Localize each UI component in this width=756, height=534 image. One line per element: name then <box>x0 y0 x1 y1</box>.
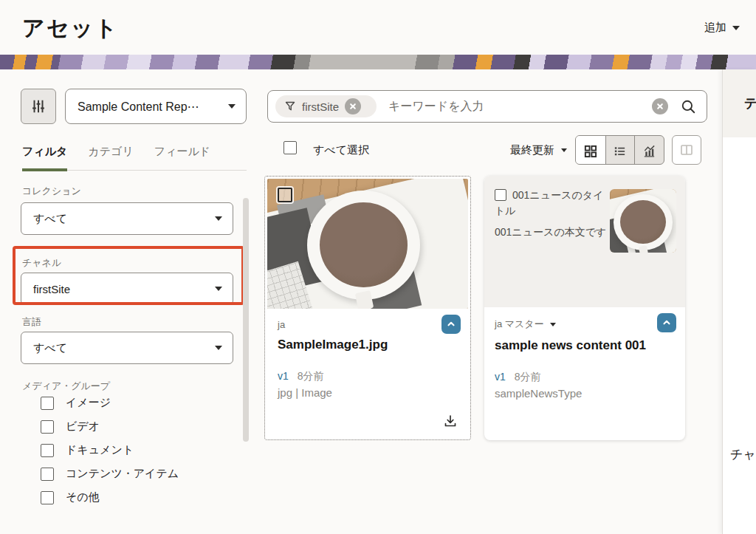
side-panel-header: テ <box>723 69 756 137</box>
side-panel-toggle-button[interactable] <box>672 135 701 165</box>
side-panel-channel-heading: チャネル <box>730 446 756 463</box>
sort-dropdown[interactable]: 最終更新 <box>510 143 567 157</box>
add-button[interactable]: 追加 <box>704 21 740 35</box>
search-filter-chip[interactable]: firstSite <box>275 95 377 117</box>
chevron-up-icon <box>662 318 672 328</box>
language-label: 言語 <box>22 315 41 329</box>
asset-title: SampleImage1.jpg <box>278 338 458 352</box>
language-dropdown-value: すべて <box>33 341 215 355</box>
chevron-down-icon <box>561 148 567 152</box>
tab-filter[interactable]: フィルタ <box>22 145 67 171</box>
asset-cards-grid: ja SampleImage1.jpg v1 8分前 jpg | Image <box>264 176 707 442</box>
sidebar-tabs: フィルタ カテゴリ フィールド <box>22 145 247 171</box>
checkbox[interactable] <box>41 420 54 434</box>
news-thumbnail-coffee-photo <box>610 189 676 253</box>
asset-title: sample news content 001 <box>495 338 675 353</box>
channel-dropdown[interactable]: firstSite <box>21 273 233 305</box>
sort-label: 最終更新 <box>510 143 554 157</box>
sliders-icon <box>30 98 47 114</box>
locale-badge: ja <box>278 319 285 330</box>
locale-badge: ja マスター <box>495 318 544 331</box>
asset-list-main: firstSite キーワードを入力 すべて選択 最終更新 <box>264 69 707 534</box>
bar-chart-icon <box>642 144 656 158</box>
asset-card-sample-image[interactable]: ja SampleImage1.jpg v1 8分前 jpg | Image <box>264 176 471 440</box>
chevron-down-icon <box>215 287 222 291</box>
asset-thumbnail-coffee-photo <box>267 179 468 309</box>
media-option-video[interactable]: ビデオ <box>41 420 100 434</box>
news-heading: 001ニュースのタイトル <box>495 189 603 216</box>
list-icon <box>613 144 627 158</box>
media-option-label: ドキュメント <box>66 443 134 457</box>
funnel-icon <box>284 100 296 112</box>
updated-time: 8分前 <box>515 371 541 384</box>
media-group-label: メディア・グループ <box>22 380 110 393</box>
card-select-checkbox[interactable] <box>278 188 292 202</box>
card-body: ja マスター sample news content 001 v1 8分前 s… <box>484 307 685 433</box>
chevron-down-icon <box>732 26 740 30</box>
collection-dropdown[interactable]: すべて <box>21 202 233 235</box>
version-label[interactable]: v1 <box>278 370 289 383</box>
chevron-up-icon <box>446 319 456 329</box>
publish-status-button[interactable] <box>657 313 676 332</box>
locale-dropdown[interactable]: ja マスター <box>495 318 675 331</box>
checkbox[interactable] <box>41 491 54 504</box>
chevron-down-icon <box>215 346 222 350</box>
search-input[interactable]: キーワードを入力 <box>388 99 652 114</box>
media-option-content-item[interactable]: コンテンツ・アイテム <box>41 467 179 481</box>
list-toolbar: すべて選択 最終更新 <box>264 135 707 165</box>
chart-view-button[interactable] <box>634 136 664 165</box>
content-preview-area: 001ニュースのタイトル 001ニュースの本文です <box>484 176 685 307</box>
sidebar-scrollbar[interactable] <box>243 198 249 442</box>
page-header: アセット 追加 <box>0 0 756 55</box>
news-body-text: 001ニュースの本文です <box>495 226 613 239</box>
media-option-label: ビデオ <box>66 420 100 434</box>
media-option-image[interactable]: イメージ <box>41 396 111 410</box>
collection-label: コレクション <box>22 185 81 198</box>
chevron-down-icon <box>228 104 236 109</box>
grid-icon <box>583 144 597 158</box>
view-toggle-group <box>575 135 664 165</box>
tab-field[interactable]: フィールド <box>154 145 210 170</box>
media-option-label: イメージ <box>66 396 111 410</box>
checkbox[interactable] <box>41 397 54 410</box>
select-all-label: すべて選択 <box>313 143 369 157</box>
grid-view-button[interactable] <box>576 136 605 165</box>
card-body: ja SampleImage1.jpg v1 8分前 jpg | Image <box>267 309 468 434</box>
download-button[interactable] <box>443 414 458 428</box>
decorative-banner-image <box>0 55 756 69</box>
filter-sidebar: Sample Content Rep⋯ フィルタ カテゴリ フィールド コレクシ… <box>0 69 260 534</box>
side-panel-header-text: テ <box>744 95 756 112</box>
select-all-checkbox[interactable] <box>284 141 297 154</box>
version-label[interactable]: v1 <box>495 371 506 384</box>
search-icon[interactable] <box>680 98 696 114</box>
language-dropdown[interactable]: すべて <box>21 332 233 364</box>
chevron-down-icon <box>550 323 556 326</box>
media-option-document[interactable]: ドキュメント <box>41 443 134 457</box>
download-icon <box>443 414 458 428</box>
search-bar[interactable]: firstSite キーワードを入力 <box>267 90 707 123</box>
asset-type-meta: jpg | Image <box>278 386 458 399</box>
list-view-button[interactable] <box>605 136 635 165</box>
checkbox[interactable] <box>41 444 54 457</box>
channel-label: チャネル <box>22 256 61 270</box>
collection-dropdown-value: すべて <box>33 212 215 226</box>
repository-selector-value: Sample Content Rep⋯ <box>78 100 228 114</box>
channel-dropdown-value: firstSite <box>33 283 215 295</box>
tab-category[interactable]: カテゴリ <box>88 145 133 170</box>
chevron-down-icon <box>215 216 222 221</box>
checkbox[interactable] <box>41 468 54 481</box>
card-select-checkbox[interactable] <box>495 189 506 201</box>
details-side-panel[interactable]: テ チャネル <box>722 69 756 534</box>
media-option-label: その他 <box>66 490 100 504</box>
chip-remove-icon[interactable] <box>345 98 361 114</box>
media-option-other[interactable]: その他 <box>41 490 100 504</box>
asset-card-news-content[interactable]: 001ニュースのタイトル 001ニュースの本文です ja マスター <box>484 176 685 440</box>
media-option-label: コンテンツ・アイテム <box>66 467 179 481</box>
repository-selector[interactable]: Sample Content Rep⋯ <box>65 89 247 124</box>
clear-search-icon[interactable] <box>652 98 668 114</box>
asset-type-meta: sampleNewsType <box>495 387 675 400</box>
filter-panel-toggle-button[interactable] <box>21 89 56 124</box>
page-title: アセット <box>22 13 119 44</box>
updated-time: 8分前 <box>298 370 324 383</box>
publish-status-button[interactable] <box>441 315 461 334</box>
